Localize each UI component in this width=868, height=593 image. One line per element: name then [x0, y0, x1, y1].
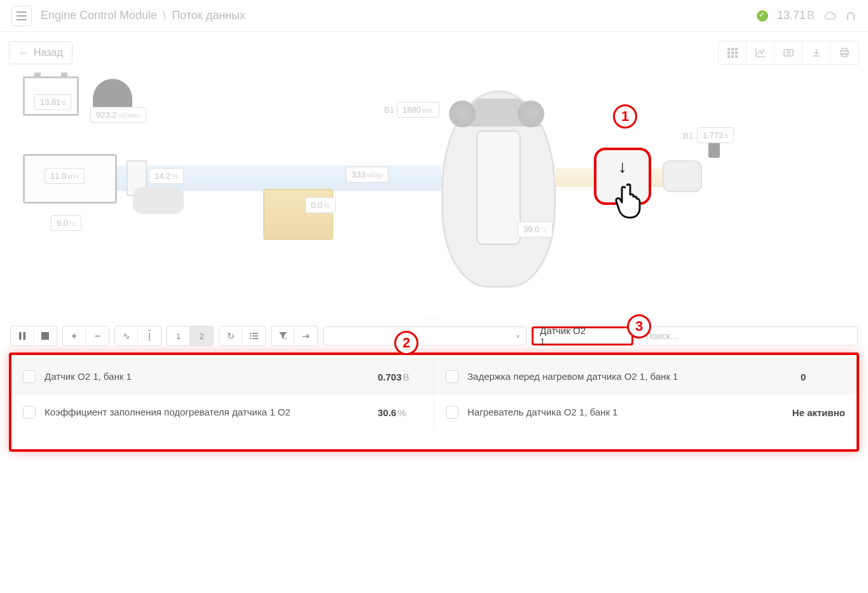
svg-rect-7: [731, 55, 734, 58]
parameter-label: Датчик O2 1, банк 1: [45, 370, 378, 383]
stop-button[interactable]: [34, 326, 57, 345]
export-button[interactable]: [803, 41, 830, 64]
back-label: Назад: [34, 47, 63, 59]
filter-clear-button[interactable]: x: [272, 326, 294, 345]
data-toolbar: + − ∿ I 1 2 ↻ x ⇥ Датчик O2 1 Поиск… 2 3: [0, 322, 868, 350]
iat-reading[interactable]: 9.0°c: [51, 215, 81, 231]
parameter-label: Задержка перед нагревом датчика O2 1, ба…: [467, 370, 801, 383]
goto-end-button[interactable]: ⇥: [294, 326, 317, 345]
status-ok-icon: [757, 10, 768, 22]
wave-button[interactable]: ∿: [115, 326, 138, 345]
view-grid-button[interactable]: [719, 41, 747, 64]
parameter-value: 0: [801, 372, 845, 382]
evap-reading[interactable]: 0.0%: [305, 197, 336, 213]
split-handle[interactable]: ::::::: [0, 313, 868, 322]
injector-prefix: B1: [384, 105, 394, 115]
svg-rect-2: [735, 48, 738, 50]
search-input[interactable]: Поиск…: [638, 326, 858, 345]
air-filter-shape: [133, 187, 184, 214]
component-filter-value: Датчик O2 1: [540, 325, 593, 347]
parameter-label: Нагреватель датчика O2 1, банк 1: [467, 406, 792, 419]
add-button[interactable]: +: [63, 326, 86, 345]
cloud-icon[interactable]: [823, 11, 836, 21]
callout-1: 1: [613, 104, 637, 129]
callout-2: 2: [394, 331, 418, 355]
back-button[interactable]: ← Назад: [9, 41, 72, 64]
svg-rect-22: [252, 338, 258, 339]
battery-voltage-reading[interactable]: 13.61в: [34, 94, 71, 110]
columns-1-button[interactable]: 1: [167, 326, 190, 345]
breadcrumb-module: Engine Control Module: [41, 9, 157, 22]
row-checkbox[interactable]: [446, 370, 458, 383]
rpm-reading[interactable]: 923.2об/мин: [90, 107, 146, 123]
svg-point-19: [250, 335, 252, 337]
svg-point-21: [250, 338, 252, 340]
injector-reading[interactable]: 1880мкс: [397, 102, 439, 118]
svg-rect-14: [19, 332, 22, 340]
menu-button[interactable]: [11, 6, 32, 26]
engine-diagram[interactable]: ↓ 13.61в 923.2об/мин 11.0кг/ч 9.0°c 14.2…: [9, 71, 859, 313]
parameter-group-select[interactable]: [323, 326, 527, 345]
support-icon[interactable]: [845, 10, 857, 22]
table-row[interactable]: Коэффициент заполнения подогревателя дат…: [11, 394, 434, 430]
parameter-value: Не активно: [792, 407, 845, 418]
camshaft-gear-shape: [518, 101, 544, 127]
muffler-shape: [663, 160, 702, 192]
table-row[interactable]: Задержка перед нагревом датчика O2 1, ба…: [434, 359, 857, 394]
camshaft-gear-shape: [449, 101, 476, 127]
svg-rect-1: [731, 48, 734, 50]
svg-rect-4: [731, 52, 734, 54]
svg-rect-6: [727, 55, 730, 58]
ect-reading[interactable]: 39.0°c: [518, 221, 553, 237]
o2b-prefix: B1: [683, 131, 693, 141]
parameter-label: Коэффициент заполнения подогревателя дат…: [45, 406, 378, 419]
columns-2-button[interactable]: 2: [190, 326, 213, 345]
sensor-arrow-icon: ↓: [618, 157, 627, 177]
pause-button[interactable]: [11, 326, 34, 345]
svg-rect-20: [252, 335, 258, 337]
view-dashboard-button[interactable]: [775, 41, 803, 64]
table-row[interactable]: Датчик O2 1, банк 1 0.703В: [11, 359, 434, 394]
svg-rect-15: [23, 332, 25, 340]
breadcrumb: Engine Control Module \ Поток данных: [41, 9, 245, 22]
svg-point-10: [787, 52, 790, 55]
svg-rect-16: [41, 332, 49, 340]
refresh-button[interactable]: ↻: [219, 326, 242, 345]
svg-rect-18: [252, 333, 258, 334]
svg-rect-5: [735, 52, 738, 54]
parameter-value: 0.703В: [378, 372, 422, 382]
svg-rect-3: [727, 52, 730, 54]
svg-point-17: [250, 333, 252, 335]
print-button[interactable]: [830, 41, 858, 64]
view-chart-button[interactable]: [747, 41, 775, 64]
row-checkbox[interactable]: [446, 406, 458, 419]
data-grid-highlight: Датчик O2 1, банк 1 0.703В Коэффициент з…: [9, 352, 859, 452]
svg-text:x: x: [285, 336, 287, 340]
voltage-value: 13.71: [777, 9, 806, 22]
map-reading[interactable]: 333мбар: [346, 167, 389, 183]
arrow-left-icon: ←: [18, 47, 29, 59]
svg-rect-8: [735, 55, 738, 58]
table-row[interactable]: Нагреватель датчика O2 1, банк 1 Не акти…: [434, 394, 857, 430]
fuel-tank-shape: [263, 189, 333, 240]
svg-rect-9: [784, 50, 793, 56]
row-checkbox[interactable]: [23, 406, 36, 419]
component-filter-input[interactable]: Датчик O2 1: [532, 326, 633, 345]
breadcrumb-separator: \: [163, 9, 166, 22]
callout-3: 3: [627, 314, 651, 338]
maf-reading[interactable]: 11.0кг/ч: [45, 168, 85, 184]
parameter-value: 30.6%: [378, 407, 422, 418]
cursor-hand-icon: [613, 179, 649, 220]
remove-button[interactable]: −: [86, 326, 109, 345]
svg-rect-0: [727, 48, 730, 50]
throttle-reading[interactable]: 14.2%: [149, 168, 184, 184]
o2-bank1-sensor2-reading[interactable]: 1.772в: [697, 127, 734, 143]
battery-voltage: 13.71В: [777, 9, 815, 22]
voltage-unit: В: [807, 9, 815, 22]
text-format-button[interactable]: I: [138, 326, 161, 345]
breadcrumb-page: Поток данных: [172, 9, 245, 22]
search-placeholder: Поиск…: [645, 331, 679, 341]
row-checkbox[interactable]: [23, 370, 36, 383]
list-button[interactable]: [242, 326, 265, 345]
